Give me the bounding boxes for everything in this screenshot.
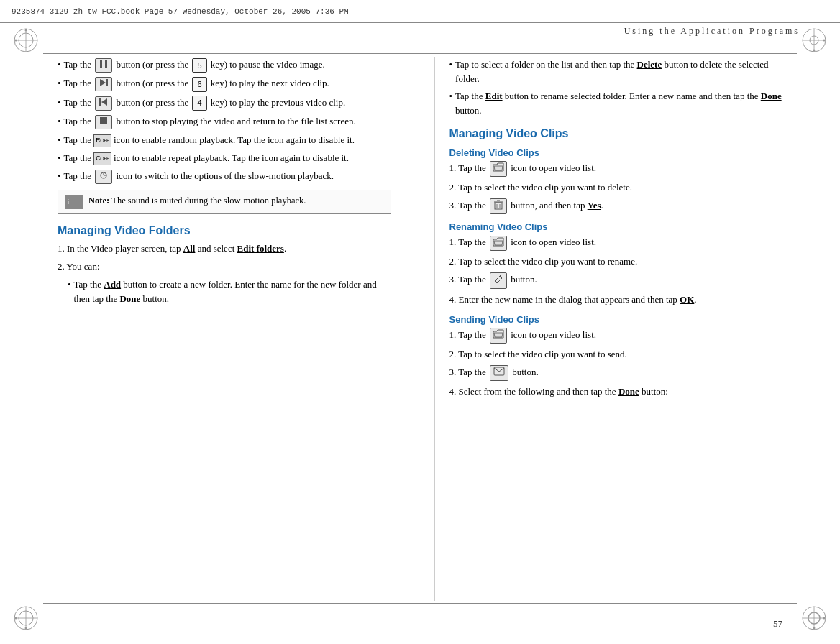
stop-icon [95, 115, 112, 129]
renaming-heading: Renaming Video Clips [449, 221, 783, 232]
del-step1: 1. Tap the icon to open video list. [449, 161, 783, 177]
svg-rect-30 [100, 117, 107, 124]
svg-rect-34 [67, 196, 81, 208]
key-5: 5 [192, 58, 206, 73]
book-info: 9235874_3129_zh_tw_FCC.book Page 57 Wedn… [12, 7, 349, 16]
send-step2: 2. Tap to select the video clip you want… [449, 347, 783, 362]
svg-rect-29 [99, 98, 101, 106]
sending-heading: Sending Video Clips [449, 314, 783, 325]
svg-rect-24 [100, 60, 102, 68]
roff-icon: ROFF [93, 134, 111, 147]
svg-point-11 [813, 50, 816, 52]
slow-icon [95, 170, 112, 184]
corner-decoration-tl [12, 26, 40, 55]
corner-decoration-tr [800, 26, 828, 55]
svg-rect-37 [495, 203, 502, 209]
svg-point-17 [25, 627, 27, 630]
header-rule [43, 53, 797, 54]
del-step2: 2. Tap to select the video clip you want… [449, 180, 783, 195]
edit-icon [490, 272, 507, 289]
svg-point-23 [813, 627, 816, 630]
svg-marker-45 [494, 333, 503, 337]
folder-open-icon-del1 [490, 161, 507, 177]
ren-step4: 4. Enter the new name in the dialog that… [449, 293, 783, 307]
folder-open-icon-ren1 [490, 236, 507, 252]
ren-step1: 1. Tap the icon to open video list. [449, 235, 783, 251]
bullet-prev: • Tap the button (or press the 4 key) to… [58, 96, 391, 111]
folder-open-icon-send1 [490, 328, 507, 344]
bullet-stop: • Tap the button to stop playing the vid… [58, 114, 391, 129]
corner-decoration-bl [12, 604, 40, 632]
svg-rect-25 [105, 60, 107, 68]
send-step1: 1. Tap the icon to open video list. [449, 328, 783, 344]
send-step4: 4. Select from the following and then ta… [449, 385, 783, 399]
ren-step3: 3. Tap the button. [449, 272, 783, 289]
key-6: 6 [192, 77, 206, 92]
page-header-right: Using the Application Programs [624, 26, 800, 37]
svg-line-44 [500, 275, 501, 276]
svg-marker-28 [101, 98, 107, 106]
bullet-next: • Tap the button (or press the 6 key) to… [58, 76, 391, 91]
prev-icon [95, 96, 112, 111]
next-icon [95, 77, 112, 91]
bullet-repeat: • Tap the COFF icon to enable repeat pla… [58, 151, 391, 165]
del-step3: 3. Tap the button, and then tap Yes. [449, 198, 783, 215]
svg-point-22 [823, 617, 826, 620]
svg-point-16 [15, 617, 17, 620]
note-text: Note: The sound is muted during the slow… [88, 195, 306, 208]
svg-marker-26 [100, 79, 106, 86]
bullet-pause: • Tap the button (or press the 5 key) to… [58, 58, 391, 73]
footer-rule [43, 603, 797, 604]
svg-line-43 [495, 281, 497, 283]
content-area: • Tap the button (or press the 5 key) to… [58, 58, 782, 601]
bullet-delete-folder: • Tap to select a folder on the list and… [449, 58, 783, 86]
mf-bullet-add: • Tap the Add button to create a new fol… [58, 277, 391, 305]
note-label: Note: [88, 196, 111, 206]
trash-icon [490, 198, 507, 215]
svg-marker-36 [494, 166, 503, 170]
managing-folders-heading: Managing Video Folders [58, 224, 391, 237]
note-box: i Note: The sound is muted during the sl… [58, 190, 391, 214]
svg-point-5 [25, 29, 27, 32]
svg-rect-27 [106, 79, 108, 86]
header-bar: 9235874_3129_zh_tw_FCC.book Page 57 Wedn… [0, 0, 840, 23]
key-4: 4 [192, 96, 206, 111]
svg-point-4 [15, 40, 17, 42]
bullet-edit-folder: • Tap the Edit button to rename selected… [449, 89, 783, 117]
bullet-random: • Tap the ROFF icon to enable random pla… [58, 133, 391, 147]
pause-icon [95, 58, 112, 73]
page-number: 57 [773, 618, 782, 630]
svg-marker-42 [494, 241, 503, 245]
managing-clips-heading: Managing Video Clips [449, 127, 783, 140]
ren-step2: 2. Tap to select the video clip you want… [449, 254, 783, 269]
mf-step2: 2. You can: [58, 259, 391, 274]
svg-point-10 [823, 40, 826, 42]
send-step3: 3. Tap the button. [449, 365, 783, 381]
svg-text:i: i [68, 198, 69, 206]
deleting-heading: Deleting Video Clips [449, 147, 783, 158]
corner-decoration-br [800, 604, 828, 632]
bullet-slow: • Tap the icon to switch to the options … [58, 169, 391, 184]
coff-icon: COFF [93, 152, 111, 165]
mf-step1: 1. In the Video player screen, tap All a… [58, 242, 391, 256]
send-icon [490, 365, 508, 381]
left-column: • Tap the button (or press the 5 key) to… [58, 58, 406, 601]
note-icon: i [65, 195, 83, 209]
right-column: • Tap to select a folder on the list and… [434, 58, 783, 601]
